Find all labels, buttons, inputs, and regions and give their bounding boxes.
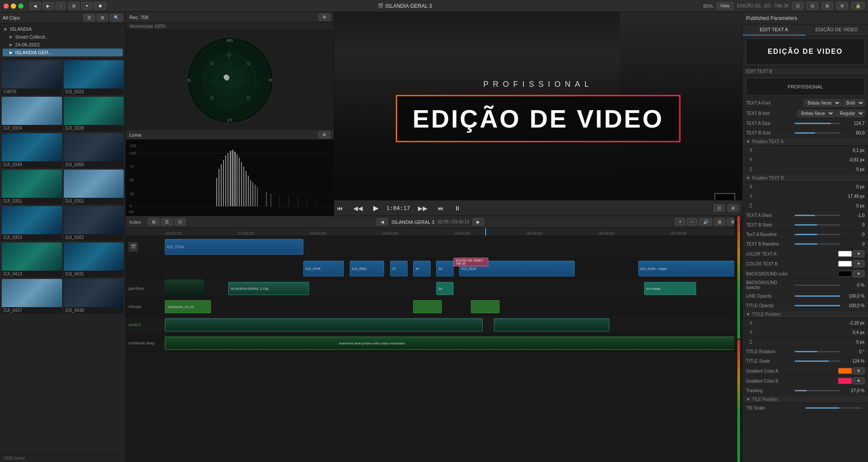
fit-btn[interactable]: ⊡: [713, 204, 725, 212]
text-b-size-slider[interactable]: [795, 132, 841, 134]
timeline-back-btn[interactable]: ◀: [377, 218, 388, 226]
toolbar-btn-3[interactable]: ⏺: [94, 2, 106, 10]
list-item[interactable]: DJI_0352: [64, 170, 124, 204]
timeline-expand-btn[interactable]: ⊞: [714, 218, 725, 226]
toolbar-icon-3[interactable]: ⊞: [822, 2, 833, 10]
clip-block[interactable]: 34: [436, 282, 454, 295]
maximize-button[interactable]: [18, 3, 23, 9]
nav-back-btn[interactable]: ◀: [30, 2, 41, 10]
forward-btn[interactable]: ▶▶: [415, 203, 430, 213]
clip-block[interactable]: [165, 318, 483, 331]
list-item[interactable]: DJI_0437: [2, 279, 62, 314]
clip-block[interactable]: DJI_0106 - cópia: [638, 261, 742, 276]
text-a-baseline-slider[interactable]: [795, 234, 841, 235]
sidebar-item-islandia[interactable]: ▶ ISLANDIA: [3, 25, 123, 33]
tab-edit-a[interactable]: EDIT TEXT A: [743, 24, 806, 36]
clip-block[interactable]: [494, 318, 609, 331]
clip-block[interactable]: DJI_0744: [165, 239, 303, 255]
list-item[interactable]: DJI_0323: [64, 60, 124, 95]
grid-view-btn[interactable]: ⊞: [97, 14, 108, 21]
clip-block[interactable]: 37: [390, 261, 408, 276]
color-text-b-expand-btn[interactable]: ▼: [853, 260, 865, 267]
sidebar-item-geral[interactable]: ▶ ISLANDIA GER...: [3, 49, 123, 56]
list-item[interactable]: DJI_0328: [64, 97, 124, 131]
clip-block[interactable]: 34: [413, 261, 431, 276]
title-opacity-slider[interactable]: [795, 305, 841, 306]
tie-scale-slider[interactable]: [806, 407, 862, 409]
list-item[interactable]: DJI_0362: [64, 206, 124, 241]
audio-btn[interactable]: 🔊: [699, 218, 712, 226]
minimize-button[interactable]: [11, 3, 16, 9]
title-rotation-slider[interactable]: [795, 351, 841, 352]
list-item[interactable]: DJI_0353: [2, 206, 62, 241]
list-item[interactable]: DJI_0349: [2, 133, 62, 168]
tab-edit-video[interactable]: EDIÇÃO DE VIDEO: [806, 24, 868, 36]
zoom-out-btn[interactable]: −: [687, 218, 697, 226]
background-color-swatch[interactable]: [838, 271, 852, 277]
title-scale-slider[interactable]: [795, 360, 841, 362]
text-b-font-select[interactable]: Bebas Neue: [797, 110, 835, 117]
position-text-b-section[interactable]: ▼ Position TEXT B: [743, 174, 868, 182]
toolbar-icon-4[interactable]: ⚙: [836, 2, 848, 10]
clip-block[interactable]: Ice break: [644, 282, 696, 295]
luma-settings-btn[interactable]: ⚙: [319, 131, 330, 138]
track-content-5[interactable]: [165, 316, 742, 334]
close-button[interactable]: [3, 3, 9, 9]
text-b-baseline-slider[interactable]: [795, 243, 841, 245]
loop-btn[interactable]: ⏸: [452, 203, 463, 213]
tile-position-section[interactable]: ▼ TILE Position: [743, 396, 868, 403]
timeline-btn-2[interactable]: ☰: [161, 218, 173, 226]
toolbar-btn-2[interactable]: ✦: [81, 2, 92, 10]
text-b-weight-select[interactable]: Regular: [836, 110, 865, 117]
expand-btn[interactable]: ⊞: [727, 204, 739, 212]
track-content-4[interactable]: Transición_01.23: [165, 298, 742, 315]
clip-block[interactable]: [413, 300, 442, 313]
toolbar-btn-1[interactable]: ⊞: [68, 2, 79, 10]
sidebar-item-date[interactable]: ▶ 24-06-2022: [3, 41, 123, 49]
clip-block[interactable]: Transición_01.23: [165, 300, 211, 313]
gradient-b-swatch[interactable]: [838, 378, 852, 384]
position-text-a-section[interactable]: ▼ Position TEXT A: [743, 138, 868, 146]
timeline-btn-1[interactable]: ⊞: [148, 218, 159, 226]
background-opacity-slider[interactable]: [795, 285, 841, 286]
clip-block[interactable]: 33: [436, 261, 454, 276]
nav-forward-btn[interactable]: ▶: [43, 2, 54, 10]
list-view-btn[interactable]: ☰: [83, 14, 95, 21]
track-content-2[interactable]: DJI_0756 DJI_0881 37 34 EDI: [165, 258, 742, 279]
tracking-slider[interactable]: [795, 390, 841, 391]
text-b-slant-slider[interactable]: [795, 224, 841, 226]
timeline-fwd-btn[interactable]: ▶: [473, 218, 484, 226]
view-btn[interactable]: View: [717, 2, 734, 10]
list-item[interactable]: DJI_0350: [64, 133, 124, 168]
toolbar-icon-2[interactable]: ⊟: [807, 2, 818, 10]
list-item[interactable]: DJI_0324: [2, 97, 62, 131]
timeline-btn-3[interactable]: ⊡: [174, 218, 186, 226]
text-a-slant-slider[interactable]: [795, 215, 841, 216]
line-opacity-slider[interactable]: [795, 295, 841, 297]
clip-block[interactable]: ISLANDIA GERAL 2 Clip: [228, 282, 309, 295]
toolbar-icon-1[interactable]: ⊡: [792, 2, 803, 10]
timeline-scroll-area[interactable]: 🎬 DJI_0744 DJI_0756: [126, 236, 742, 462]
gradient-b-expand-btn[interactable]: ▼: [853, 377, 865, 384]
rewind-btn[interactable]: ◀◀: [351, 203, 365, 213]
list-item[interactable]: C4079: [2, 60, 62, 95]
selected-clip[interactable]: EDIÇÃO DE VIDEO - Title 26: [454, 258, 488, 266]
clip-block[interactable]: DJI_0881: [350, 261, 385, 276]
color-text-a-swatch[interactable]: [838, 251, 852, 257]
sidebar-item-smart[interactable]: ▶ Smart Collecti...: [3, 33, 123, 41]
text-a-weight-select[interactable]: Bold: [842, 99, 865, 107]
zoom-in-btn[interactable]: +: [675, 218, 685, 226]
track-content-6[interactable]: evermore-feat-jordan-critiz-mary-musicbe…: [165, 334, 742, 352]
toolbar-icon-5[interactable]: 🔒: [852, 2, 865, 10]
nav-up-btn[interactable]: ↑: [56, 2, 66, 10]
gradient-a-swatch[interactable]: [838, 368, 852, 374]
go-to-end-btn[interactable]: ⏭: [435, 203, 447, 213]
list-item[interactable]: DJI_0431: [64, 242, 124, 277]
clip-block[interactable]: evermore-feat-jordan-critiz-mary-musicbe…: [165, 337, 742, 350]
title-position-section[interactable]: ▼ TITLE Position: [743, 311, 868, 318]
list-item[interactable]: DJI_0351: [2, 170, 62, 204]
color-text-a-expand-btn[interactable]: ▼: [853, 250, 865, 257]
text-a-font-select[interactable]: Bebas Neue: [804, 99, 841, 107]
scope-settings-btn[interactable]: ⚙: [319, 13, 330, 21]
go-to-start-btn[interactable]: ⏮: [334, 203, 345, 213]
